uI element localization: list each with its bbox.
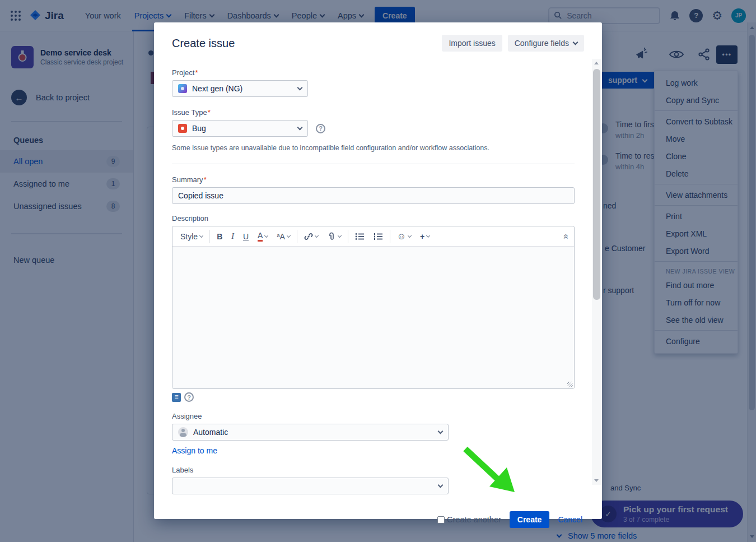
create-issue-dialog: Create issue Import issues Configure fie…: [154, 22, 602, 519]
description-help-icon[interactable]: ?: [184, 392, 194, 402]
chevron-down-icon: [287, 233, 291, 237]
dialog-footer: Create another Create Cancel: [172, 511, 582, 528]
underline-button[interactable]: U: [239, 229, 253, 244]
summary-input[interactable]: [172, 187, 575, 204]
smiley-icon: ☺: [397, 231, 406, 242]
assignee-select[interactable]: Automatic: [172, 424, 449, 441]
description-editor: Style B I U A aA: [172, 226, 575, 389]
import-issues-button[interactable]: Import issues: [442, 35, 502, 52]
chevron-down-icon: [338, 233, 342, 237]
chevron-down-icon: [315, 233, 319, 237]
chevron-down-icon: [297, 125, 303, 131]
chevron-down-icon: [264, 233, 268, 237]
dialog-body: Project* Next gen (NG) Issue Type* Bug ?…: [154, 52, 592, 528]
chevron-down-icon: [297, 85, 303, 91]
editor-footer-icons: ≡ ?: [172, 392, 592, 402]
bold-button[interactable]: B: [212, 229, 227, 244]
assignee-field-label: Assignee: [172, 412, 592, 420]
dialog-header: Create issue Import issues Configure fie…: [154, 22, 602, 52]
issue-type-field-label: Issue Type*: [172, 108, 592, 117]
labels-field-label: Labels: [172, 466, 592, 474]
cancel-link[interactable]: Cancel: [558, 515, 582, 524]
editor-toolbar: Style B I U A aA: [172, 226, 574, 247]
insert-more-dropdown[interactable]: +: [416, 229, 434, 244]
attach-file-dropdown[interactable]: [323, 229, 346, 244]
chevron-down-icon: [438, 429, 444, 434]
labels-select[interactable]: [172, 478, 449, 494]
form-divider: [172, 164, 575, 164]
create-button[interactable]: Create: [510, 511, 550, 528]
issue-type-select[interactable]: Bug: [172, 120, 308, 137]
link-icon: [304, 232, 313, 241]
create-another-label: Create another: [447, 515, 501, 524]
create-another-checkbox[interactable]: [437, 516, 445, 524]
summary-field-label: Summary*: [172, 175, 592, 184]
required-asterisk: *: [204, 175, 207, 184]
plus-icon: +: [420, 232, 424, 241]
chevron-down-icon: [408, 233, 412, 237]
bullet-list-button[interactable]: [351, 229, 369, 244]
style-dropdown[interactable]: Style: [176, 229, 207, 244]
text-size-dropdown[interactable]: aA: [272, 229, 294, 244]
scroll-up-arrow[interactable]: [594, 62, 599, 64]
chevron-down-icon: [438, 483, 444, 488]
assignee-avatar-icon: [178, 427, 188, 437]
emoji-dropdown[interactable]: ☺: [393, 229, 416, 244]
dialog-title: Create issue: [172, 37, 442, 50]
issue-type-help-icon[interactable]: ?: [316, 124, 325, 133]
chevron-down-icon: [573, 40, 578, 45]
jira-app: Jira Your work Projects Filters Dashboar…: [0, 0, 756, 542]
paperclip-icon: [327, 232, 336, 241]
dialog-scrollbar-thumb[interactable]: [593, 69, 600, 300]
numbered-list-button[interactable]: [369, 229, 388, 244]
required-asterisk: *: [195, 68, 198, 77]
scroll-down-arrow[interactable]: [594, 479, 599, 482]
next-gen-project-icon: [178, 84, 187, 93]
bug-type-icon: [178, 124, 187, 133]
required-asterisk: *: [208, 108, 211, 117]
text-color-dropdown[interactable]: A: [253, 229, 272, 244]
issue-type-note: Some issue types are unavailable due to …: [172, 144, 592, 152]
dialog-scrollbar[interactable]: [592, 59, 601, 485]
numbered-list-icon: [374, 233, 383, 240]
italic-button[interactable]: I: [227, 229, 239, 244]
configure-fields-button[interactable]: Configure fields: [508, 35, 584, 52]
project-select[interactable]: Next gen (NG): [172, 80, 308, 97]
project-field-label: Project*: [172, 68, 592, 77]
chevron-down-icon: [199, 233, 203, 237]
description-textarea[interactable]: [172, 247, 574, 388]
collapse-toolbar-icon[interactable]: «: [560, 231, 571, 241]
bullet-list-icon: [355, 233, 365, 240]
description-field-label: Description: [172, 214, 592, 223]
chevron-down-icon: [426, 233, 430, 237]
assign-to-me-link[interactable]: Assign to me: [172, 446, 217, 455]
resize-handle[interactable]: [567, 382, 573, 387]
wiki-markup-icon[interactable]: ≡: [172, 393, 181, 402]
insert-link-dropdown[interactable]: [300, 229, 323, 244]
